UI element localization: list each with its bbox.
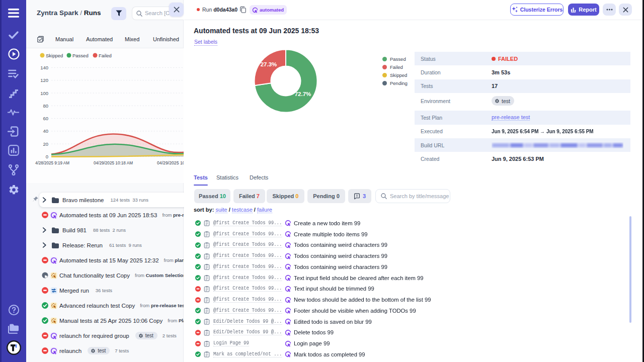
svg-text:0: 0	[46, 154, 48, 159]
svg-text:60: 60	[43, 116, 48, 121]
svg-text:120: 120	[40, 77, 48, 83]
svg-text:Passed: Passed	[72, 53, 89, 58]
svg-text:72.7%: 72.7%	[295, 91, 311, 97]
svg-text:27.3%: 27.3%	[261, 61, 277, 67]
svg-text:Skipped: Skipped	[46, 53, 63, 58]
svg-text:20: 20	[43, 141, 48, 147]
svg-text:04/29/2025 10:: 04/29/2025 10:	[157, 160, 184, 165]
svg-text:Failed: Failed	[99, 53, 112, 58]
svg-text:100: 100	[40, 90, 48, 96]
svg-text:140: 140	[40, 65, 48, 70]
svg-text:4/28/2025 9:19 AM: 4/28/2025 9:19 AM	[35, 160, 69, 165]
svg-text:40: 40	[43, 128, 48, 134]
svg-text:80: 80	[43, 103, 48, 109]
svg-text:04/29/2025 10:18 AM: 04/29/2025 10:18 AM	[94, 160, 133, 165]
